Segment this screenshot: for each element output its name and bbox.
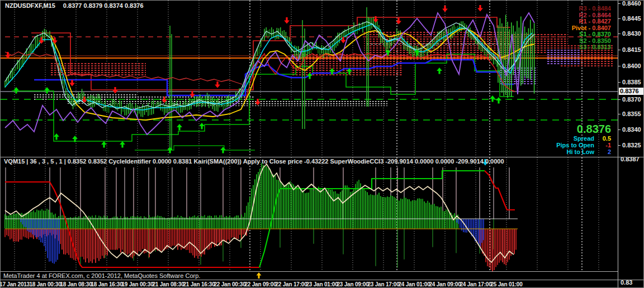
time-label: 23 Jan 01:00 bbox=[306, 281, 338, 287]
pips-to-open-row: Pips to Open-1 bbox=[556, 142, 611, 148]
time-label: 18 Jan 16:30 bbox=[91, 281, 122, 287]
axis-tick-mark bbox=[618, 145, 621, 146]
price-tick: 0.8325 bbox=[622, 142, 641, 148]
price-tick: 0.8430 bbox=[622, 30, 641, 37]
price-tick: 0.8340 bbox=[622, 126, 641, 133]
symbol-period-label: NZDUSDFXF,M15 bbox=[5, 2, 55, 9]
price-tick: 0.8400 bbox=[622, 63, 641, 69]
time-label: 25 Jan 01:00 bbox=[490, 281, 522, 287]
indicator-header: VQM15 | 36 , 3 , 5 , 1 | 0.8352 0.8352 C… bbox=[4, 158, 504, 165]
time-label: 23 Jan 17:00 bbox=[367, 281, 399, 287]
hi-to-low-row: Hi to Low2 bbox=[556, 148, 611, 155]
price-tick: 0.8460 bbox=[622, 0, 641, 7]
time-label: 23 Jan 09:00 bbox=[337, 281, 368, 287]
price-tick: 0.8445 bbox=[622, 15, 641, 22]
pivot-levels-panel: R3 - 0.8484 R2 - 0.8464 R1 - 0.8427 Pivo… bbox=[572, 6, 611, 51]
time-label: 24 Jan 01:00 bbox=[398, 281, 430, 287]
copyright-text: MetaTrader 4 at FOREX.com, c 2001-2012, … bbox=[3, 272, 200, 279]
time-label: 17 Jan 2013 bbox=[0, 281, 30, 287]
time-label: 21 Jan 16:30 bbox=[183, 281, 215, 287]
time-label: 24 Jan 17:00 bbox=[460, 281, 491, 287]
price-tick: 0.8385 bbox=[622, 79, 641, 85]
time-axis[interactable]: 17 Jan 201318 Jan 00:3018 Jan 08:3018 Ja… bbox=[1, 280, 618, 288]
axis-tick-mark bbox=[618, 82, 621, 83]
main-chart-canvas[interactable] bbox=[1, 1, 618, 157]
subwindow-bottom-border bbox=[1, 271, 618, 272]
price-tick: 0.8370 bbox=[622, 96, 641, 103]
axis-tick-mark bbox=[618, 66, 621, 66]
current-price-axis-label: 0.8376 bbox=[619, 88, 644, 95]
time-label: 21 Jan 08:30 bbox=[152, 281, 184, 287]
current-price-readout: 0.8376 bbox=[556, 123, 611, 135]
axis-tick-mark bbox=[618, 114, 621, 114]
price-tick: 0.8355 bbox=[622, 111, 641, 117]
time-label: 18 Jan 00:30 bbox=[29, 281, 61, 287]
time-label: 22 Jan 00:30 bbox=[214, 281, 245, 287]
price-tick: 0.8415 bbox=[622, 46, 641, 53]
time-label: 24 Jan 09:00 bbox=[429, 281, 461, 287]
window-divider[interactable] bbox=[1, 157, 644, 157]
axis-tick-mark bbox=[618, 18, 621, 19]
indicator-chart-canvas[interactable] bbox=[1, 157, 618, 271]
time-label: 22 Jan 17:00 bbox=[275, 281, 307, 287]
axis-tick-mark bbox=[618, 50, 621, 50]
axis-tick-mark bbox=[618, 33, 621, 34]
axis-tick-mark bbox=[618, 99, 621, 100]
time-label: 22 Jan 09:00 bbox=[244, 281, 276, 287]
time-label: 19 Jan 00:30 bbox=[121, 281, 153, 287]
price-axis[interactable]: 0.8376 0.8387 0.83 0.84600.84450.84300.8… bbox=[618, 1, 644, 288]
axis-tick-mark bbox=[618, 3, 621, 4]
mt4-chart-window: NZDUSDFXF,M150.8377 0.8379 0.8374 0.8376… bbox=[0, 0, 644, 288]
pivot-row-s3: S3 - 0.8313 bbox=[572, 44, 611, 51]
yellow-up-arrow-icon bbox=[255, 272, 262, 279]
spread-row: Spread0.5 bbox=[556, 135, 611, 142]
chart-title: NZDUSDFXF,M150.8377 0.8379 0.8374 0.8376 bbox=[5, 2, 144, 9]
time-label: 18 Jan 08:30 bbox=[60, 281, 92, 287]
price-display: 0.8376 Spread0.5 Pips to Open-1 Hi to Lo… bbox=[556, 123, 611, 155]
axis-tick-mark bbox=[618, 129, 621, 130]
ohlc-values: 0.8377 0.8379 0.8374 0.8376 bbox=[63, 2, 144, 9]
